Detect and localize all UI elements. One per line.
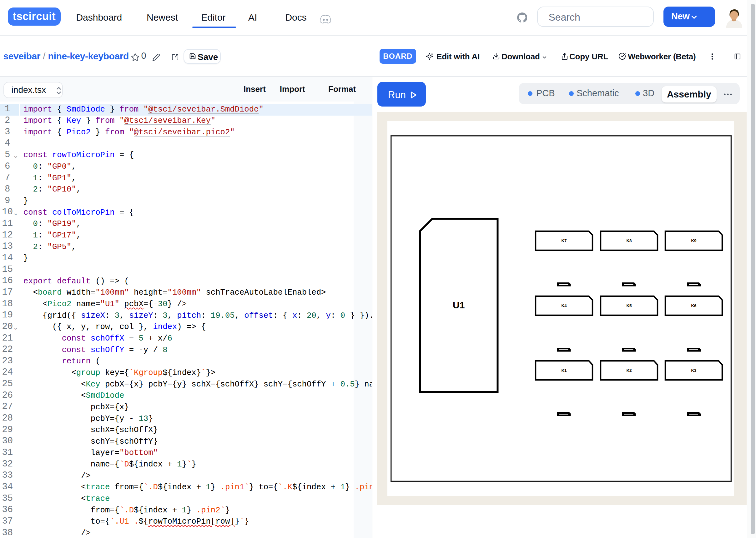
svg-text:K8: K8 [626, 239, 632, 243]
svg-text:K1: K1 [561, 368, 567, 373]
svg-text:K6: K6 [691, 303, 696, 308]
svg-text:U1: U1 [453, 300, 465, 310]
svg-text:K5: K5 [626, 303, 632, 308]
svg-text:K7: K7 [561, 239, 566, 243]
svg-text:K4: K4 [561, 303, 567, 308]
svg-text:K3: K3 [691, 368, 696, 373]
svg-text:K2: K2 [626, 368, 632, 373]
svg-text:K9: K9 [691, 239, 696, 243]
